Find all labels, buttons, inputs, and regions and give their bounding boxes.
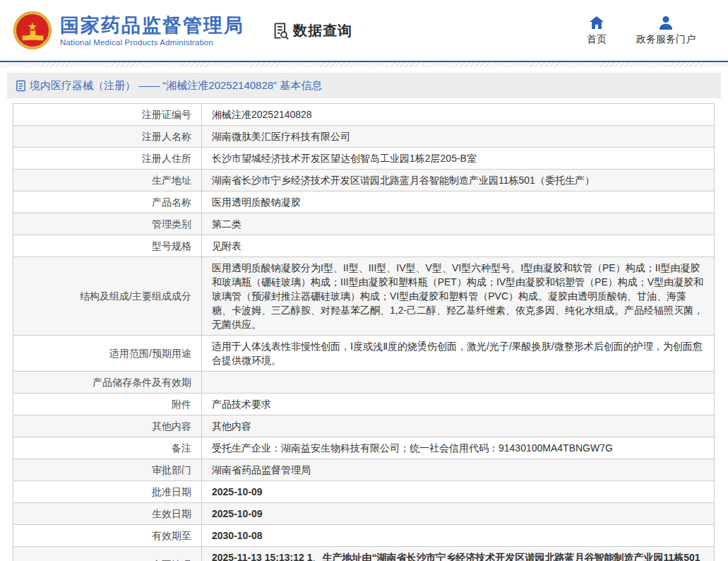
site-logo[interactable]: ★ ▄▟▙▄ 国家药品监督管理局 National Medical Produc… (14, 12, 244, 49)
page-title: 境内医疗器械（注册） —— “湘械注准20252140828” 基本信息 (30, 79, 322, 93)
table-row: 变更情况 2025-11-13 15:13:12 1、生产地址由“湖南省长沙市宁… (13, 547, 715, 561)
site-header: ★ ▄▟▙▄ 国家药品监督管理局 National Medical Produc… (0, 0, 728, 62)
field-label: 附件 (13, 394, 202, 415)
field-value: 医用透明质酸钠凝胶 (202, 191, 715, 213)
header-divider (0, 62, 728, 67)
nav-item-portal[interactable]: 政务服务门户 (636, 16, 696, 46)
national-emblem-icon: ★ ▄▟▙▄ (14, 12, 51, 49)
org-title-en: National Medical Products Administration (60, 38, 244, 47)
field-label: 型号规格 (13, 235, 202, 257)
field-value: 见附表 (202, 235, 715, 257)
field-label: 产品储存条件及有效期 (13, 372, 202, 394)
table-row: 生产地址 湖南省长沙市宁乡经济技术开发区谐园北路蓝月谷智能制造产业园11栋501… (13, 170, 715, 191)
field-value (202, 372, 715, 394)
field-value: 2025-10-09 (202, 481, 715, 503)
field-label: 生效日期 (13, 503, 202, 525)
table-row: 结构及组成/主要组成成分 医用透明质酸钠凝胶分为I型、II型、III型、IV型、… (13, 257, 715, 336)
table-row: 型号规格 见附表 (13, 235, 715, 257)
field-value: 2025-11-13 15:13:12 1、生产地址由“湖南省长沙市宁乡经济技术… (202, 547, 715, 561)
table-row: 附件 产品技术要求 (13, 394, 715, 415)
header-nav: 首页 政务服务门户 (587, 16, 696, 46)
field-label: 其他内容 (13, 415, 202, 437)
table-row: 管理类别 第二类 (13, 213, 715, 235)
data-query-tab[interactable]: 数据查询 (271, 21, 352, 40)
field-label: 注册人住所 (13, 148, 202, 170)
data-query-label: 数据查询 (293, 21, 352, 40)
org-title-cn: 国家药品监督管理局 (60, 15, 244, 36)
registration-info-table: 注册证编号 湘械注准20252140828 注册人名称 湖南微肽美汇医疗科技有限… (13, 103, 715, 561)
field-label: 结构及组成/主要组成成分 (13, 257, 202, 336)
field-label: 审批部门 (13, 459, 202, 481)
table-row: 产品名称 医用透明质酸钠凝胶 (13, 191, 715, 213)
field-value: 湘械注准20252140828 (202, 104, 715, 126)
field-label: 变更情况 (13, 547, 202, 561)
field-value: 湖南省长沙市宁乡经济技术开发区谐园北路蓝月谷智能制造产业园11栋501（委托生产… (202, 170, 715, 191)
emblem-gate-icon: ▄▟▙▄ (23, 32, 43, 40)
field-value: 受托生产企业：湖南益安生物科技有限公司；统一社会信用代码：91430100MA4… (202, 437, 715, 459)
field-value: 2030-10-08 (202, 525, 715, 547)
emblem-star-icon: ★ (28, 22, 37, 32)
field-label: 注册人名称 (13, 126, 202, 148)
field-label: 有效期至 (13, 525, 202, 547)
table-row: 其他内容 其他内容 (13, 415, 715, 437)
data-query-icon (271, 21, 290, 40)
field-value: 2025-10-09 (202, 503, 715, 525)
table-row: 产品储存条件及有效期 (13, 372, 715, 394)
table-row: 注册证编号 湘械注准20252140828 (13, 104, 715, 126)
nav-item-home[interactable]: 首页 (587, 16, 607, 46)
table-row: 批准日期 2025-10-09 (13, 481, 715, 503)
field-value: 湖南微肽美汇医疗科技有限公司 (202, 126, 715, 148)
table-row: 备注 受托生产企业：湖南益安生物科技有限公司；统一社会信用代码：91430100… (13, 437, 715, 459)
table-row: 生效日期 2025-10-09 (13, 503, 715, 525)
field-value: 适用于人体浅表性非慢性创面，Ⅰ度或浅Ⅱ度的烧烫伤创面，激光/光子/果酸换肤/微整… (202, 336, 715, 372)
field-value: 湖南省药品监督管理局 (202, 459, 715, 481)
field-label: 管理类别 (13, 213, 202, 235)
field-label: 生产地址 (13, 170, 202, 191)
table-row: 注册人住所 长沙市望城经济技术开发区望达创智岛工业园1栋2层205-B室 (13, 148, 715, 170)
document-icon (16, 80, 30, 92)
table-row: 有效期至 2030-10-08 (13, 525, 715, 547)
home-icon (589, 16, 604, 30)
table-row: 适用范围/预期用途 适用于人体浅表性非慢性创面，Ⅰ度或浅Ⅱ度的烧烫伤创面，激光/… (13, 336, 715, 372)
org-titles: 国家药品监督管理局 National Medical Products Admi… (60, 15, 244, 47)
nav-item-label: 首页 (587, 33, 607, 46)
table-row: 注册人名称 湖南微肽美汇医疗科技有限公司 (13, 126, 715, 148)
field-value: 长沙市望城经济技术开发区望达创智岛工业园1栋2层205-B室 (202, 148, 715, 170)
table-row: 审批部门 湖南省药品监督管理局 (13, 459, 715, 481)
nav-item-label: 政务服务门户 (636, 33, 696, 46)
field-label: 产品名称 (13, 191, 202, 213)
field-label: 备注 (13, 437, 202, 459)
field-label: 适用范围/预期用途 (13, 336, 202, 372)
field-value: 医用透明质酸钠凝胶分为I型、II型、III型、IV型、V型、VI型六种型号。I型… (202, 257, 715, 336)
page: ★ ▄▟▙▄ 国家药品监督管理局 National Medical Produc… (0, 0, 728, 561)
field-label: 注册证编号 (13, 104, 202, 126)
field-value: 其他内容 (202, 415, 715, 437)
user-icon (658, 16, 674, 30)
field-label: 批准日期 (13, 481, 202, 503)
breadcrumb: 境内医疗器械（注册） —— “湘械注准20252140828” 基本信息 (7, 73, 721, 98)
field-value: 第二类 (202, 213, 715, 235)
field-value: 产品技术要求 (202, 394, 715, 415)
